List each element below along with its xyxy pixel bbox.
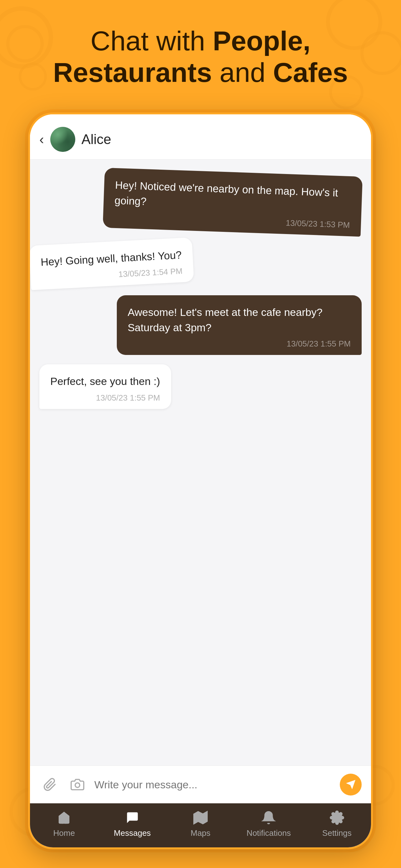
chat-messages: Hey! Noticed we're nearby on the map. Ho… [30,160,371,766]
message-bubble: Perfect, see you then :) 13/05/23 1:55 P… [39,364,171,409]
nav-item-home[interactable]: Home [30,810,98,838]
message-input[interactable] [94,779,334,791]
send-button[interactable] [340,774,362,796]
nav-item-messages[interactable]: Messages [98,810,166,838]
header-section: Chat with People, Restaurants and Cafes [0,25,401,88]
message-bubble: Awesome! Let's meet at the cafe nearby? … [117,295,362,355]
chat-header: ‹ Alice [30,114,371,160]
nav-label-settings: Settings [322,828,352,838]
nav-item-maps[interactable]: Maps [166,810,235,838]
svg-marker-1 [194,812,207,824]
messages-icon [124,810,140,826]
message-bubble: Hey! Going well, thanks! You? 13/05/23 1… [30,237,194,290]
nav-item-settings[interactable]: Settings [303,810,371,838]
notifications-icon [261,810,277,826]
message-text: Hey! Noticed we're nearby on the map. Ho… [114,178,352,217]
bottom-nav: Home Messages Maps [30,803,371,847]
header-title: Chat with People, Restaurants and Cafes [25,25,376,88]
message-text: Awesome! Let's meet at the cafe nearby? … [128,305,351,336]
svg-point-0 [75,783,80,788]
nav-label-home: Home [54,828,75,838]
phone-frame: ‹ Alice Hey! Noticed we're nearby on the… [28,113,373,849]
nav-label-maps: Maps [191,828,210,838]
nav-label-notifications: Notifications [247,828,291,838]
maps-icon [192,810,209,826]
nav-item-notifications[interactable]: Notifications [235,810,303,838]
message-time: 13/05/23 1:55 PM [128,339,351,349]
nav-label-messages: Messages [114,828,151,838]
camera-button[interactable] [67,774,88,795]
message-bubble: Hey! Noticed we're nearby on the map. Ho… [103,168,363,237]
home-icon [56,810,72,826]
message-text: Hey! Going well, thanks! You? [40,247,182,270]
message-text: Perfect, see you then :) [50,374,160,389]
avatar [50,127,75,152]
back-button[interactable]: ‹ [39,131,44,147]
settings-icon [329,810,345,826]
contact-name: Alice [81,131,111,147]
chat-input-area [30,766,371,803]
message-time: 13/05/23 1:55 PM [50,393,160,403]
attachment-button[interactable] [39,774,61,795]
